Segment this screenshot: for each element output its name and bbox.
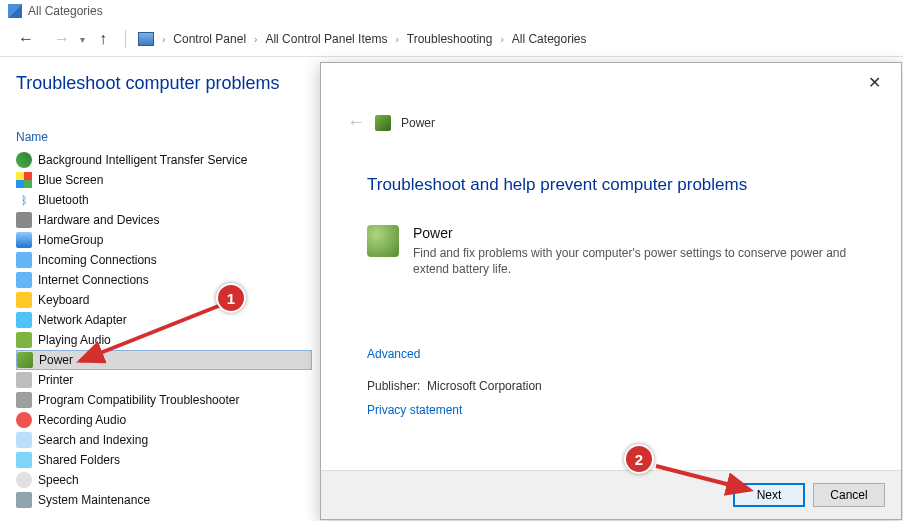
keyboard-icon bbox=[16, 292, 32, 308]
list-item[interactable]: Shared Folders bbox=[16, 450, 312, 470]
list-item-label: Hardware and Devices bbox=[38, 213, 159, 227]
dialog-footer: Next Cancel bbox=[321, 470, 901, 519]
speech-icon bbox=[16, 472, 32, 488]
dialog-header-title: Power bbox=[401, 116, 435, 130]
list-item-label: Keyboard bbox=[38, 293, 89, 307]
list-item-label: Internet Connections bbox=[38, 273, 149, 287]
chevron-right-icon[interactable]: › bbox=[391, 34, 402, 45]
list-item[interactable]: Recording Audio bbox=[16, 410, 312, 430]
list-item[interactable]: ᛒBluetooth bbox=[16, 190, 312, 210]
window-title: All Categories bbox=[28, 4, 103, 18]
main-panel: Troubleshoot computer problems Name Back… bbox=[0, 57, 320, 518]
section-title: Power bbox=[413, 225, 855, 241]
list-item-label: Shared Folders bbox=[38, 453, 120, 467]
breadcrumb-icon bbox=[138, 32, 154, 46]
page-title: Troubleshoot computer problems bbox=[16, 73, 312, 94]
list-item-label: Background Intelligent Transfer Service bbox=[38, 153, 247, 167]
dialog-back-button[interactable]: ← bbox=[347, 112, 365, 133]
window-titlebar: All Categories bbox=[0, 0, 903, 22]
power-icon bbox=[17, 352, 33, 368]
list-item[interactable]: System Maintenance bbox=[16, 490, 312, 510]
list-item[interactable]: Keyboard bbox=[16, 290, 312, 310]
network-icon bbox=[16, 252, 32, 268]
list-item[interactable]: Internet Connections bbox=[16, 270, 312, 290]
troubleshooter-dialog: ✕ ← Power Troubleshoot and help prevent … bbox=[320, 62, 902, 520]
list-item-label: Bluetooth bbox=[38, 193, 89, 207]
navigation-bar: ← → ▾ ↑ › Control Panel › All Control Pa… bbox=[0, 22, 903, 57]
hardware-icon bbox=[16, 212, 32, 228]
list-item-label: Printer bbox=[38, 373, 73, 387]
dialog-header: ← Power bbox=[321, 94, 901, 143]
recording-icon bbox=[16, 412, 32, 428]
next-button[interactable]: Next bbox=[733, 483, 805, 507]
column-header-name[interactable]: Name bbox=[16, 130, 312, 146]
chevron-right-icon[interactable]: › bbox=[158, 34, 169, 45]
troubleshooter-list: Background Intelligent Transfer Service … bbox=[16, 150, 312, 510]
advanced-link[interactable]: Advanced bbox=[367, 347, 420, 361]
system-icon bbox=[16, 492, 32, 508]
chevron-right-icon[interactable]: › bbox=[250, 34, 261, 45]
chevron-right-icon[interactable]: › bbox=[496, 34, 507, 45]
breadcrumb-item[interactable]: All Categories bbox=[512, 32, 587, 46]
bits-icon bbox=[16, 152, 32, 168]
breadcrumb-item[interactable]: Control Panel bbox=[173, 32, 246, 46]
publisher-row: Publisher: Microsoft Corporation bbox=[367, 379, 855, 393]
app-icon bbox=[8, 4, 22, 18]
breadcrumb-item[interactable]: All Control Panel Items bbox=[265, 32, 387, 46]
forward-button[interactable]: → bbox=[48, 28, 76, 50]
bluetooth-icon: ᛒ bbox=[16, 192, 32, 208]
folders-icon bbox=[16, 452, 32, 468]
annotation-marker-1: 1 bbox=[216, 283, 246, 313]
list-item-label: Blue Screen bbox=[38, 173, 103, 187]
dialog-heading: Troubleshoot and help prevent computer p… bbox=[367, 175, 855, 195]
list-item[interactable]: Blue Screen bbox=[16, 170, 312, 190]
list-item-label: Search and Indexing bbox=[38, 433, 148, 447]
list-item-label: HomeGroup bbox=[38, 233, 103, 247]
compat-icon bbox=[16, 392, 32, 408]
up-button[interactable]: ↑ bbox=[93, 28, 113, 50]
list-item[interactable]: Search and Indexing bbox=[16, 430, 312, 450]
list-item-label: Power bbox=[39, 353, 73, 367]
breadcrumb-item[interactable]: Troubleshooting bbox=[407, 32, 493, 46]
list-item-power[interactable]: Power bbox=[16, 350, 312, 370]
list-item[interactable]: HomeGroup bbox=[16, 230, 312, 250]
list-item[interactable]: Program Compatibility Troubleshooter bbox=[16, 390, 312, 410]
power-icon bbox=[375, 115, 391, 131]
list-item-label: Incoming Connections bbox=[38, 253, 157, 267]
back-button[interactable]: ← bbox=[12, 28, 40, 50]
printer-icon bbox=[16, 372, 32, 388]
publisher-value: Microsoft Corporation bbox=[427, 379, 542, 393]
history-dropdown[interactable]: ▾ bbox=[80, 34, 85, 45]
list-item-label: System Maintenance bbox=[38, 493, 150, 507]
close-button[interactable]: ✕ bbox=[860, 71, 889, 94]
list-item[interactable]: Network Adapter bbox=[16, 310, 312, 330]
dialog-titlebar: ✕ bbox=[321, 63, 901, 94]
network-icon bbox=[16, 272, 32, 288]
list-item[interactable]: Playing Audio bbox=[16, 330, 312, 350]
list-item[interactable]: Hardware and Devices bbox=[16, 210, 312, 230]
list-item-label: Playing Audio bbox=[38, 333, 111, 347]
list-item[interactable]: Printer bbox=[16, 370, 312, 390]
publisher-label: Publisher: bbox=[367, 379, 420, 393]
list-item[interactable]: Speech bbox=[16, 470, 312, 490]
list-item-label: Program Compatibility Troubleshooter bbox=[38, 393, 239, 407]
list-item[interactable]: Background Intelligent Transfer Service bbox=[16, 150, 312, 170]
power-icon-large bbox=[367, 225, 399, 257]
divider bbox=[125, 30, 126, 48]
annotation-marker-2: 2 bbox=[624, 444, 654, 474]
network-adapter-icon bbox=[16, 312, 32, 328]
privacy-link[interactable]: Privacy statement bbox=[367, 403, 462, 417]
list-item-label: Recording Audio bbox=[38, 413, 126, 427]
list-item[interactable]: Incoming Connections bbox=[16, 250, 312, 270]
section-description: Find and fix problems with your computer… bbox=[413, 245, 855, 277]
dialog-section: Power Find and fix problems with your co… bbox=[367, 225, 855, 277]
bluescreen-icon bbox=[16, 172, 32, 188]
dialog-body: Troubleshoot and help prevent computer p… bbox=[321, 143, 901, 470]
audio-icon bbox=[16, 332, 32, 348]
homegroup-icon bbox=[16, 232, 32, 248]
list-item-label: Speech bbox=[38, 473, 79, 487]
cancel-button[interactable]: Cancel bbox=[813, 483, 885, 507]
search-icon bbox=[16, 432, 32, 448]
breadcrumb[interactable]: › Control Panel › All Control Panel Item… bbox=[138, 32, 586, 46]
list-item-label: Network Adapter bbox=[38, 313, 127, 327]
